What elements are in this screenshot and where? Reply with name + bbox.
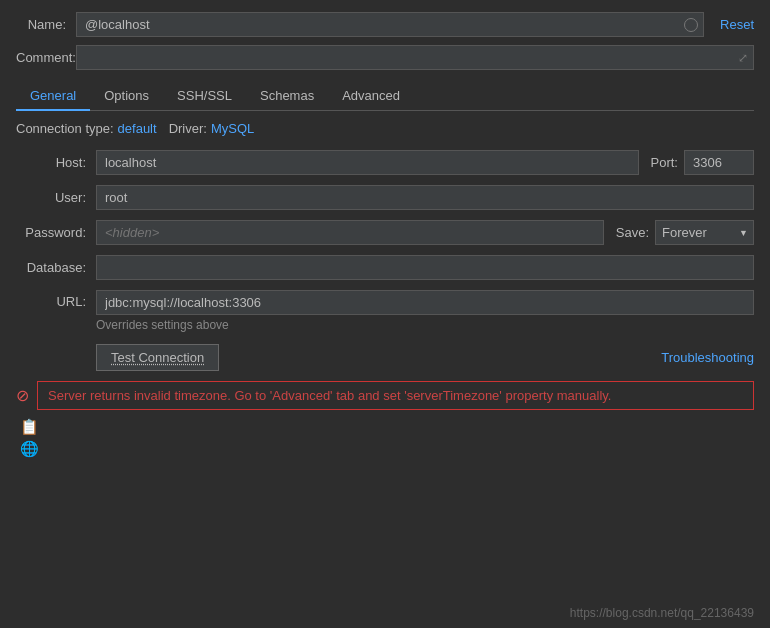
error-message: Server returns invalid timezone. Go to '… [37,381,754,410]
connection-type-prefix: Connection type: [16,121,114,136]
tab-options[interactable]: Options [90,82,163,111]
driver-value[interactable]: MySQL [211,121,254,136]
password-input[interactable] [96,220,604,245]
save-select-wrap: Forever Until restart Never [655,220,754,245]
expand-icon: ⤢ [738,51,748,65]
url-row: URL: Overrides settings above [16,290,754,332]
port-input[interactable] [684,150,754,175]
name-label: Name: [16,17,76,32]
error-section: ⊘ Server returns invalid timezone. Go to… [16,381,754,410]
user-label: User: [16,190,96,205]
host-port-row: Host: Port: [16,150,754,175]
tabs-bar: General Options SSH/SSL Schemas Advanced [16,82,754,111]
url-label: URL: [16,290,96,309]
footer-url: https://blog.csdn.net/qq_22136439 [16,600,754,620]
name-input[interactable] [76,12,704,37]
reset-button[interactable]: Reset [720,17,754,32]
comment-label: Comment: [16,50,76,65]
save-select[interactable]: Forever Until restart Never [655,220,754,245]
name-input-wrap [76,12,704,37]
comment-input[interactable] [76,45,754,70]
url-section: Overrides settings above [96,290,754,332]
connection-type-row: Connection type: default Driver: MySQL [16,121,754,136]
tab-schemas[interactable]: Schemas [246,82,328,111]
password-label: Password: [16,225,96,240]
test-connection-button[interactable]: Test Connection [96,344,219,371]
comment-wrap: ⤢ [76,45,754,70]
host-input[interactable] [96,150,639,175]
driver-prefix: Driver: [169,121,207,136]
database-row: Database: [16,255,754,280]
error-icon: ⊘ [16,386,29,405]
database-label: Database: [16,260,96,275]
globe-icon[interactable]: 🌐 [20,440,39,458]
bottom-icons: 📋 🌐 [16,418,754,462]
copy-icon-row: 📋 [20,418,754,436]
user-row: User: [16,185,754,210]
name-circle-icon [684,18,698,32]
tab-sshssl[interactable]: SSH/SSL [163,82,246,111]
url-input[interactable] [96,290,754,315]
url-note: Overrides settings above [96,318,754,332]
globe-icon-row: 🌐 [20,440,754,458]
comment-row: Comment: ⤢ [16,45,754,70]
user-input[interactable] [96,185,754,210]
troubleshooting-link[interactable]: Troubleshooting [661,350,754,365]
main-container: Name: Reset Comment: ⤢ General Options S… [0,0,770,628]
copy-icon[interactable]: 📋 [20,418,39,436]
host-label: Host: [16,155,96,170]
connection-type-value[interactable]: default [118,121,157,136]
port-label: Port: [651,155,678,170]
test-connection-row: Test Connection Troubleshooting [16,344,754,371]
password-row: Password: Save: Forever Until restart Ne… [16,220,754,245]
name-row: Name: Reset [16,12,754,37]
tab-general[interactable]: General [16,82,90,111]
database-input[interactable] [96,255,754,280]
tab-advanced[interactable]: Advanced [328,82,414,111]
save-label: Save: [616,225,649,240]
